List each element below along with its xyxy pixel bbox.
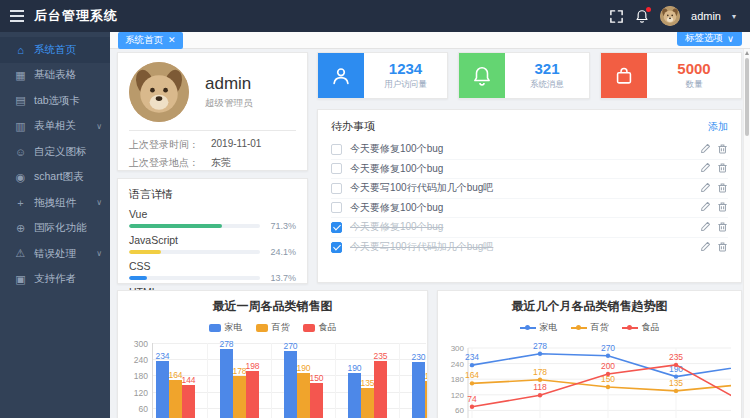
chevron-down-icon: ∨: [96, 198, 102, 207]
todo-text: 今天要修复100个bug: [350, 162, 692, 176]
sidebar-item-自定义图标[interactable]: ☺自定义图标: [0, 139, 110, 165]
stat-label: 数量: [686, 79, 703, 91]
edit-icon[interactable]: [700, 241, 711, 254]
legend-item-食品[interactable]: 食品: [622, 321, 660, 334]
form-icon: ▥: [13, 120, 28, 133]
scrollbar-up-arrow-icon[interactable]: [745, 51, 749, 55]
close-icon[interactable]: ✕: [168, 35, 176, 45]
svg-text:74: 74: [467, 394, 477, 404]
legend-item-家电[interactable]: 家电: [209, 321, 243, 334]
bar-食品: [310, 383, 323, 418]
todo-checkbox[interactable]: [331, 222, 342, 233]
gridline: [271, 343, 272, 418]
progress-track: [129, 276, 260, 280]
stats-row: 1234用户访问量321系统消息5000数量: [317, 52, 742, 99]
profile-avatar: [129, 62, 189, 122]
line-chart-plot: 300240180120601月2月3月4月5月2342782701902301…: [438, 338, 741, 418]
sidebar-item-schart图表[interactable]: ◉schart图表: [0, 165, 110, 191]
bar-value-label: 190: [340, 363, 370, 373]
edit-icon[interactable]: [700, 182, 711, 195]
progress-fill: [129, 250, 161, 254]
bar-百货: [361, 388, 374, 418]
edit-icon[interactable]: [700, 221, 711, 234]
sidebar-item-label: 支持作者: [34, 272, 76, 286]
warning-icon: ⚠: [13, 247, 28, 260]
progress-percent: 13.7%: [260, 273, 296, 283]
tabs-icon: ▤: [13, 94, 28, 107]
fullscreen-icon[interactable]: [609, 9, 624, 24]
todo-item: 今天要修复100个bug: [331, 199, 728, 219]
delete-icon[interactable]: [717, 221, 728, 234]
sidebar-item-系统首页[interactable]: ⌂系统首页: [0, 37, 110, 63]
sidebar-item-拖拽组件[interactable]: +拖拽组件∨: [0, 190, 110, 216]
legend-item-家电[interactable]: 家电: [520, 321, 558, 334]
bar-value-label: 190: [289, 363, 319, 373]
bar-value-label: 144: [174, 375, 204, 385]
language-name: Vue: [129, 208, 296, 220]
progress-percent: 24.1%: [260, 247, 296, 257]
delete-icon[interactable]: [717, 201, 728, 214]
sidebar-item-支持作者[interactable]: ▣支持作者: [0, 267, 110, 293]
stat-card: 1234用户访问量: [317, 52, 448, 99]
todo-checkbox[interactable]: [331, 144, 342, 155]
edit-icon[interactable]: [700, 162, 711, 175]
sidebar-item-label: tab选项卡: [34, 94, 80, 108]
y-axis-tick: 300: [122, 339, 148, 349]
todo-checkbox[interactable]: [331, 202, 342, 213]
book-icon: ▣: [13, 273, 28, 286]
todo-list: 今天要修复100个bug今天要修复100个bug今天要写100行代码加几个bug…: [331, 140, 728, 257]
legend-label: 食品: [642, 321, 660, 334]
menu-toggle-icon[interactable]: [0, 9, 34, 24]
delete-icon[interactable]: [717, 241, 728, 254]
scrollbar[interactable]: [743, 49, 750, 418]
tag-options-button[interactable]: 标签选项 ∨: [677, 30, 742, 46]
sidebar-item-表单相关[interactable]: ▥表单相关∨: [0, 114, 110, 140]
globe-icon: ⊕: [13, 222, 28, 235]
edit-icon[interactable]: [700, 201, 711, 214]
sidebar-item-国际化功能[interactable]: ⊕国际化功能: [0, 216, 110, 242]
todo-checkbox[interactable]: [331, 163, 342, 174]
legend-marker: [622, 327, 638, 329]
user-dropdown-caret-icon[interactable]: ▾: [732, 12, 736, 21]
legend-item-百货[interactable]: 百货: [571, 321, 609, 334]
sidebar-item-label: 错误处理: [34, 247, 76, 261]
edit-icon[interactable]: [700, 143, 711, 156]
bar-value-label: 150: [302, 373, 332, 383]
bell-icon: [459, 53, 505, 98]
sidebar: ⌂系统首页▦基础表格▤tab选项卡▥表单相关∨☺自定义图标◉schart图表+拖…: [0, 32, 110, 418]
notification-badge: [646, 7, 651, 12]
todo-text: 今天要写100行代码加几个bug吧: [350, 240, 692, 254]
delete-icon[interactable]: [717, 162, 728, 175]
line-chart-svg: 300240180120601月2月3月4月5月2342782701902301…: [438, 338, 731, 418]
bar-value-label: 230: [404, 352, 429, 362]
todo-checkbox[interactable]: [331, 242, 342, 253]
sidebar-item-错误处理[interactable]: ⚠错误处理∨: [0, 241, 110, 267]
legend-item-食品[interactable]: 食品: [303, 321, 337, 334]
legend-item-百货[interactable]: 百货: [256, 321, 290, 334]
bar-value-label: 234: [148, 351, 178, 361]
bar-百货: [169, 380, 182, 418]
stat-label: 系统消息: [530, 79, 564, 91]
profile-card: admin 超级管理员 上次登录时间： 2019-11-01 上次登录地点： 东…: [117, 52, 308, 171]
svg-text:278: 278: [533, 341, 547, 351]
notifications-bell-icon[interactable]: [635, 9, 649, 23]
todo-checkbox[interactable]: [331, 183, 342, 194]
tab-home[interactable]: 系统首页 ✕: [118, 32, 183, 49]
todo-add-link[interactable]: 添加: [708, 120, 728, 134]
svg-text:120: 120: [451, 391, 465, 400]
sidebar-item-基础表格[interactable]: ▦基础表格: [0, 63, 110, 89]
username[interactable]: admin: [691, 10, 721, 22]
shopping-bag-icon: [601, 53, 647, 98]
tab-label: 系统首页: [125, 34, 163, 47]
language-row: JavaScript24.1%: [129, 234, 296, 257]
svg-text:178: 178: [533, 367, 547, 377]
delete-icon[interactable]: [717, 143, 728, 156]
chevron-down-icon: ∨: [96, 249, 102, 258]
sidebar-item-tab选项卡[interactable]: ▤tab选项卡: [0, 88, 110, 114]
y-axis-tick: 60: [122, 404, 148, 414]
legend-label: 家电: [225, 321, 243, 334]
avatar[interactable]: [660, 6, 680, 26]
delete-icon[interactable]: [717, 182, 728, 195]
gridline: [335, 343, 336, 418]
scrollbar-thumb[interactable]: [745, 58, 749, 136]
